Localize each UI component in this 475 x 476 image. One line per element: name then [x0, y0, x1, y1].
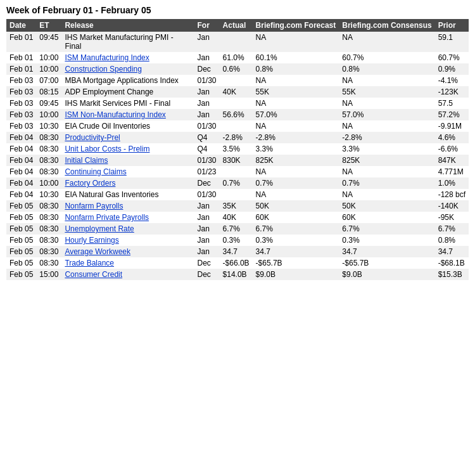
cell-date: Feb 04 — [6, 132, 36, 143]
cell-consensus: 825K — [339, 155, 434, 166]
cell-consensus: NA — [339, 166, 434, 177]
cell-consensus: 60.7% — [339, 52, 434, 63]
cell-prior: -$68.1B — [435, 257, 469, 269]
cell-et: 15:00 — [36, 269, 61, 280]
cell-consensus: 3.3% — [339, 143, 434, 155]
table-row: Feb 0110:00ISM Manufacturing IndexJan61.… — [6, 52, 469, 63]
cell-for: Q4 — [194, 132, 220, 143]
cell-for: Jan — [194, 212, 220, 223]
cell-for: 01/30 — [194, 189, 220, 200]
cell-date: Feb 05 — [6, 246, 36, 257]
release-link[interactable]: Productivity-Prel — [65, 133, 120, 142]
release-link[interactable]: Unemployment Rate — [65, 224, 134, 233]
cell-et: 08:30 — [36, 200, 61, 212]
cell-actual — [220, 32, 253, 52]
cell-et: 08:30 — [36, 257, 61, 269]
cell-forecast: NA — [253, 98, 339, 109]
table-row: Feb 0515:00Consumer CreditDec$14.0B$9.0B… — [6, 269, 469, 280]
table-row: Feb 0310:30EIA Crude Oil Inventories01/3… — [6, 120, 469, 132]
cell-et: 10:00 — [36, 52, 61, 63]
cell-et: 10:30 — [36, 120, 61, 132]
release-link[interactable]: Consumer Credit — [65, 270, 122, 279]
cell-release: Factory Orders — [61, 177, 194, 189]
cell-release: Productivity-Prel — [61, 132, 194, 143]
release-link[interactable]: Nonfarm Payrolls — [65, 202, 123, 210]
release-link[interactable]: Construction Spending — [65, 65, 141, 74]
release-link[interactable]: Trade Balance — [65, 259, 114, 267]
cell-release: Consumer Credit — [61, 269, 194, 280]
cell-prior: -123K — [435, 86, 469, 98]
release-link[interactable]: Nonfarm Private Payrolls — [65, 213, 149, 222]
cell-actual — [220, 120, 253, 132]
cell-date: Feb 05 — [6, 235, 36, 246]
cell-consensus: NA — [339, 120, 434, 132]
cell-for: Jan — [194, 86, 220, 98]
table-row: Feb 0308:15ADP Employment ChangeJan40K55… — [6, 86, 469, 98]
cell-prior: $15.3B — [435, 269, 469, 280]
cell-release: Unemployment Rate — [61, 223, 194, 235]
cell-et: 08:30 — [36, 155, 61, 166]
cell-date: Feb 01 — [6, 32, 36, 52]
cell-release: EIA Natural Gas Inventories — [61, 189, 194, 200]
cell-forecast: NA — [253, 75, 339, 86]
cell-for: Jan — [194, 52, 220, 63]
cell-prior: 57.5 — [435, 98, 469, 109]
cell-et: 08:30 — [36, 246, 61, 257]
cell-et: 08:30 — [36, 143, 61, 155]
release-link[interactable]: ISM Non-Manufacturing Index — [65, 110, 165, 119]
table-row: Feb 0408:30Productivity-PrelQ4-2.8%-2.8%… — [6, 132, 469, 143]
cell-actual: -$66.0B — [220, 257, 253, 269]
table-row: Feb 0110:00Construction SpendingDec0.6%0… — [6, 63, 469, 75]
cell-actual: 40K — [220, 86, 253, 98]
table-header: Date ET Release For Actual Briefing.com … — [6, 19, 469, 32]
cell-forecast: NA — [253, 189, 339, 200]
cell-actual: 40K — [220, 212, 253, 223]
cell-prior: 59.1 — [435, 32, 469, 52]
cell-actual: 61.0% — [220, 52, 253, 63]
cell-date: Feb 03 — [6, 120, 36, 132]
cell-forecast: 60.1% — [253, 52, 339, 63]
cell-et: 08:15 — [36, 86, 61, 98]
release-link[interactable]: Continuing Claims — [65, 167, 126, 176]
cell-consensus: 57.0% — [339, 109, 434, 120]
cell-prior: -128 bcf — [435, 189, 469, 200]
release-link[interactable]: ISM Manufacturing Index — [65, 53, 149, 62]
cell-for: Dec — [194, 269, 220, 280]
cell-consensus: $9.0B — [339, 269, 434, 280]
release-link[interactable]: Average Workweek — [65, 247, 130, 256]
cell-et: 09:45 — [36, 98, 61, 109]
cell-prior: -6.6% — [435, 143, 469, 155]
table-row: Feb 0307:00MBA Mortgage Applications Ind… — [6, 75, 469, 86]
cell-date: Feb 04 — [6, 143, 36, 155]
table-row: Feb 0408:30Unit Labor Costs - PrelimQ43.… — [6, 143, 469, 155]
cell-date: Feb 05 — [6, 223, 36, 235]
cell-release: ADP Employment Change — [61, 86, 194, 98]
cell-release: Construction Spending — [61, 63, 194, 75]
cell-release: MBA Mortgage Applications Index — [61, 75, 194, 86]
cell-date: Feb 03 — [6, 98, 36, 109]
cell-forecast: -2.8% — [253, 132, 339, 143]
table-row: Feb 0408:30Continuing Claims01/23NANA4.7… — [6, 166, 469, 177]
release-link[interactable]: Unit Labor Costs - Prelim — [65, 145, 149, 153]
release-link[interactable]: Factory Orders — [65, 179, 115, 188]
col-header-forecast: Briefing.com Forecast — [253, 19, 339, 32]
cell-for: Dec — [194, 257, 220, 269]
cell-consensus: NA — [339, 75, 434, 86]
cell-prior: 4.6% — [435, 132, 469, 143]
cell-actual — [220, 189, 253, 200]
cell-et: 09:45 — [36, 32, 61, 52]
cell-forecast: 6.7% — [253, 223, 339, 235]
cell-release: EIA Crude Oil Inventories — [61, 120, 194, 132]
cell-prior: 1.0% — [435, 177, 469, 189]
cell-date: Feb 03 — [6, 75, 36, 86]
release-link[interactable]: Initial Claims — [65, 156, 108, 165]
cell-for: Jan — [194, 235, 220, 246]
release-link[interactable]: Hourly Earnings — [65, 236, 118, 245]
cell-actual — [220, 75, 253, 86]
table-row: Feb 0109:45IHS Market Manufacturing PMI … — [6, 32, 469, 52]
cell-forecast: 60K — [253, 212, 339, 223]
week-title: Week of February 01 - February 05 — [6, 5, 469, 15]
cell-date: Feb 01 — [6, 63, 36, 75]
table-row: Feb 0508:30Nonfarm PayrollsJan35K50K50K-… — [6, 200, 469, 212]
header-row: Date ET Release For Actual Briefing.com … — [6, 19, 469, 32]
